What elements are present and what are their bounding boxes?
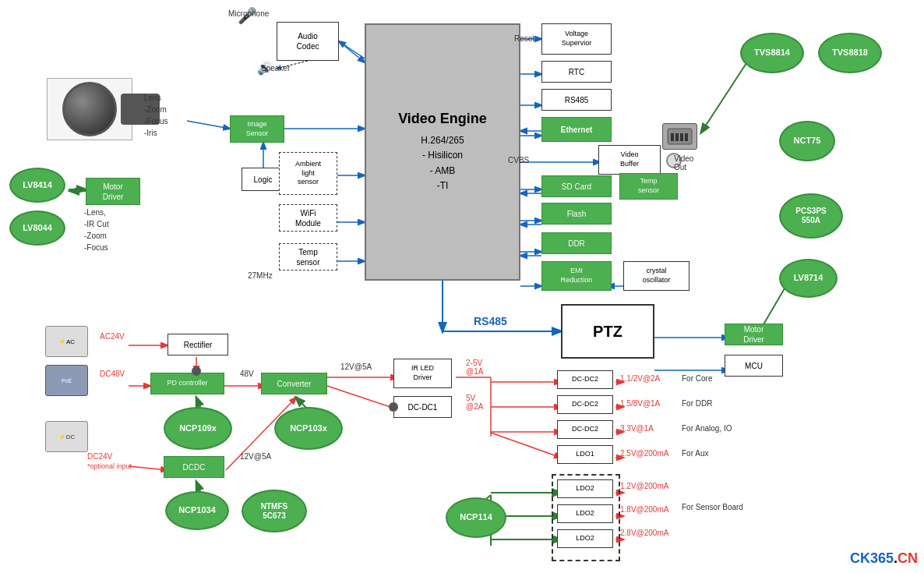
sd-card-box: SD Card: [541, 175, 612, 197]
lens-circle: [62, 82, 117, 136]
v1-2v-label: 1.2V@200mA: [620, 482, 668, 490]
ac24v-label: AC24V: [100, 332, 125, 341]
ntmfs-chip: NTMFS5C673: [242, 490, 307, 532]
5v-2a-label: 5V@2A: [466, 394, 483, 411]
wifi-module-box: WiFiModule: [279, 204, 337, 232]
audio-codec-box: AudioCodec: [277, 22, 339, 61]
dc24v-label: DC24V: [87, 452, 112, 461]
dc-dc1-box: DC-DC1: [393, 396, 452, 418]
camera-lens-area: [47, 78, 132, 140]
svg-line-34: [327, 386, 397, 409]
motor-driver-left-box: MotorDriver: [86, 178, 140, 205]
ldo2-1-box: LDO2: [557, 479, 613, 498]
ncp109x-chip: NCP109x: [164, 407, 232, 450]
motor-notes-label: -Lens,-IR Cut-Zoom-Focus: [84, 207, 109, 253]
flash-box: Flash: [541, 203, 612, 225]
48v-label: 48V: [240, 370, 254, 378]
svg-rect-65: [685, 133, 688, 141]
video-engine-title: Video Engine: [398, 111, 487, 127]
ldo2-3-box: LDO2: [557, 529, 613, 548]
junction-dot-1: [192, 366, 201, 376]
ambient-sensor-box: Ambientlightsensor: [279, 152, 337, 195]
temp-sensor-left-box: Tempsensor: [279, 243, 337, 271]
speaker-label: Speaker: [261, 64, 290, 73]
svg-line-15: [339, 41, 365, 62]
ldo2-2-box: LDO2: [557, 504, 613, 523]
dcdc-box: DCDC: [164, 456, 224, 478]
power-supply-dc: ⚡DC: [45, 421, 88, 452]
v3-3v-label: 3.3V@1A: [620, 424, 654, 433]
watermark-blue: CK365: [850, 550, 894, 566]
rj45-connector: [662, 123, 697, 150]
ncp103x-chip: NCP103x: [274, 407, 343, 450]
pcs3ps-chip: PCS3PS550A: [779, 193, 843, 239]
nct75-chip: NCT75: [779, 121, 835, 161]
tvs8818-chip: TVS8818: [818, 33, 882, 73]
svg-line-23: [187, 121, 230, 129]
poe-connector: PoE: [45, 365, 88, 396]
rectifier-box: Rectifier: [168, 334, 228, 355]
svg-rect-64: [680, 133, 683, 141]
v1-5-8v-label: 1.5/8V@1A: [620, 399, 660, 408]
rs485-box: RS485: [541, 89, 612, 111]
svg-line-42: [491, 433, 561, 458]
for-sensor-label: For Sensor Board: [682, 503, 743, 511]
dc-dc2-2-box: DC-DC2: [557, 395, 613, 414]
svg-line-35: [129, 466, 168, 470]
crystal-osc-box: crystaloscillator: [623, 261, 689, 291]
svg-rect-63: [675, 133, 679, 141]
temp-sensor-right-box: Tempsensor: [619, 173, 678, 200]
12v5a-bot-label: 12V@5A: [240, 452, 271, 461]
lv8714-chip: LV8714: [779, 259, 838, 298]
video-engine-box: Video Engine H.264/265- Hisilicon- AMB-T…: [365, 23, 520, 281]
svg-line-16: [339, 41, 365, 58]
rs485-main-label: RS485: [474, 315, 507, 327]
ir-led-driver-box: IR LEDDriver: [393, 359, 452, 388]
lv8414-chip: LV8414: [9, 168, 65, 203]
dc-dc2-1-box: DC-DC2: [557, 370, 613, 389]
ddr-box: DDR: [541, 232, 612, 254]
ldo1-box: LDO1: [557, 445, 613, 464]
for-ddr-label: For DDR: [682, 399, 712, 408]
v2-5v-label: 2.5V@200mA: [620, 449, 668, 458]
ptz-box: PTZ: [561, 304, 654, 359]
tvs8814-chip: TVS8814: [740, 33, 804, 73]
logic-box: Logic: [242, 168, 284, 191]
for-core-label: For Core: [682, 374, 712, 383]
motor-driver-right-box: MotorDriver: [725, 324, 783, 345]
ncp114-chip: NCP114: [446, 497, 506, 538]
ethernet-box: Ethernet: [541, 117, 612, 142]
rtc-box: RTC: [541, 61, 612, 83]
optional-label: *optional input: [87, 462, 132, 470]
for-aux-label: For Aux: [682, 449, 708, 458]
reset-label: Reset: [514, 34, 534, 43]
lv8044-chip: LV8044: [9, 210, 65, 246]
cvbs-label: CVBS: [508, 156, 529, 164]
lens-label: Lens-Zoom-Focus-Iris: [144, 92, 168, 139]
v1-1-2v-label: 1.1/2V@2A: [620, 374, 660, 383]
svg-rect-62: [671, 133, 674, 141]
video-engine-subtitle: H.264/265- Hisilicon- AMB-TI: [421, 133, 464, 193]
microphone-label: Microphone: [228, 9, 269, 18]
power-supply-ac: ⚡AC: [45, 326, 88, 357]
voltage-supervisor-box: VoltageSupervior: [541, 23, 612, 55]
junction-dot-2: [389, 402, 398, 412]
mcu-box: MCU: [725, 355, 783, 377]
emi-reduction-box: EMIReduction: [541, 261, 612, 291]
watermark-red: CN: [898, 550, 918, 566]
27mhz-label: 27MHz: [248, 271, 273, 280]
ncp1034-chip: NCP1034: [165, 491, 229, 530]
for-analog-label: For Analog, IO: [682, 424, 732, 433]
converter-box: Converter: [261, 373, 327, 394]
diagram-container: { "title": "Camera System Block Diagram"…: [0, 0, 924, 573]
ptz-label: PTZ: [593, 323, 622, 341]
watermark: CK365.CN: [850, 550, 918, 567]
video-buffer-box: VideoBuffer: [598, 145, 661, 175]
v2-8v-label: 2.8V@200mA: [620, 529, 668, 537]
image-sensor-box: ImageSensor: [230, 115, 284, 143]
v1-8v-label: 1.8V@200mA: [620, 505, 668, 514]
rj45-svg: [666, 127, 693, 146]
dc-dc2-3-box: DC-DC2: [557, 420, 613, 439]
svg-line-58: [701, 61, 748, 133]
2-5v-label: 2-5V@1A: [466, 359, 483, 376]
